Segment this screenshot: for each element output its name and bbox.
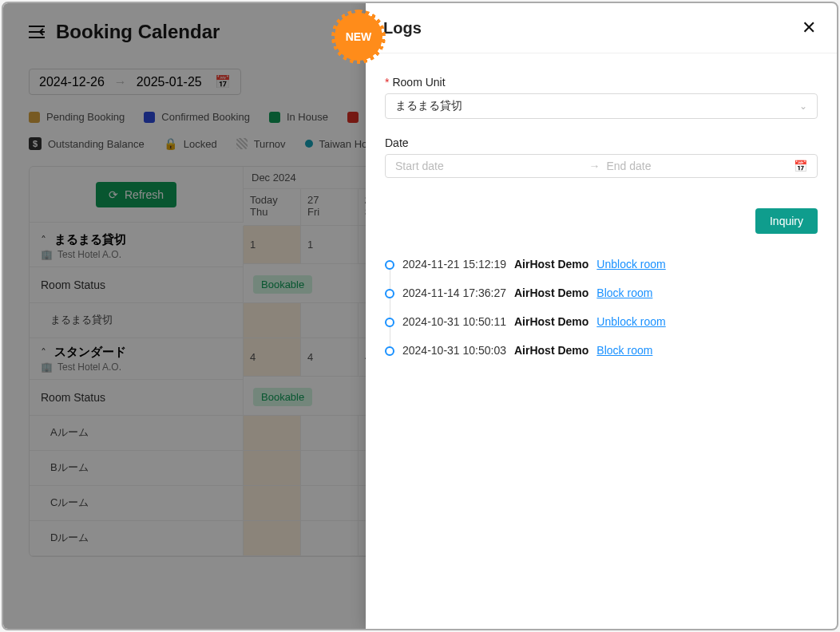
- log-action-link[interactable]: Block room: [596, 286, 652, 299]
- log-date-range-picker[interactable]: Start date → End date 📅: [385, 154, 818, 178]
- log-user: AirHost Demo: [514, 258, 588, 271]
- log-entry: 2024-10-31 10:50:11AirHost DemoUnblock r…: [402, 315, 818, 328]
- log-action-link[interactable]: Block room: [596, 344, 652, 357]
- new-badge: NEW: [335, 13, 382, 61]
- log-entry: 2024-10-31 10:50:03AirHost DemoBlock roo…: [402, 344, 818, 357]
- log-user: AirHost Demo: [514, 315, 588, 328]
- log-time: 2024-11-21 15:12:19: [402, 258, 506, 271]
- end-date-placeholder: End date: [607, 160, 794, 172]
- log-time: 2024-10-31 10:50:03: [402, 344, 506, 357]
- timeline-dot: [385, 346, 394, 356]
- room-unit-label: *Room Unit: [385, 76, 818, 89]
- date-label: Date: [385, 136, 818, 149]
- logs-drawer: Logs ✕ *Room Unit まるまる貸切 ⌄ Date Start da…: [366, 3, 837, 629]
- timeline-dot: [385, 289, 394, 298]
- start-date-placeholder: Start date: [395, 160, 583, 172]
- timeline-dot: [385, 318, 394, 327]
- log-entry: 2024-11-21 15:12:19AirHost DemoUnblock r…: [402, 258, 818, 271]
- log-time: 2024-10-31 10:50:11: [402, 315, 506, 328]
- log-action-link[interactable]: Unblock room: [596, 258, 665, 271]
- log-user: AirHost Demo: [514, 344, 588, 357]
- close-icon[interactable]: ✕: [798, 16, 819, 40]
- chevron-down-icon: ⌄: [799, 101, 807, 112]
- room-unit-select[interactable]: まるまる貸切 ⌄: [385, 93, 818, 119]
- log-action-link[interactable]: Unblock room: [596, 315, 665, 328]
- room-unit-value: まるまる貸切: [395, 99, 462, 113]
- arrow-right-icon: →: [589, 160, 600, 172]
- drawer-title: Logs: [383, 19, 422, 38]
- calendar-icon: 📅: [794, 160, 807, 172]
- log-time: 2024-11-14 17:36:27: [402, 286, 506, 299]
- log-user: AirHost Demo: [514, 286, 588, 299]
- log-timeline: 2024-11-21 15:12:19AirHost DemoUnblock r…: [385, 258, 818, 357]
- inquiry-button[interactable]: Inquiry: [755, 208, 818, 234]
- timeline-dot: [385, 260, 394, 270]
- log-entry: 2024-11-14 17:36:27AirHost DemoBlock roo…: [402, 286, 818, 299]
